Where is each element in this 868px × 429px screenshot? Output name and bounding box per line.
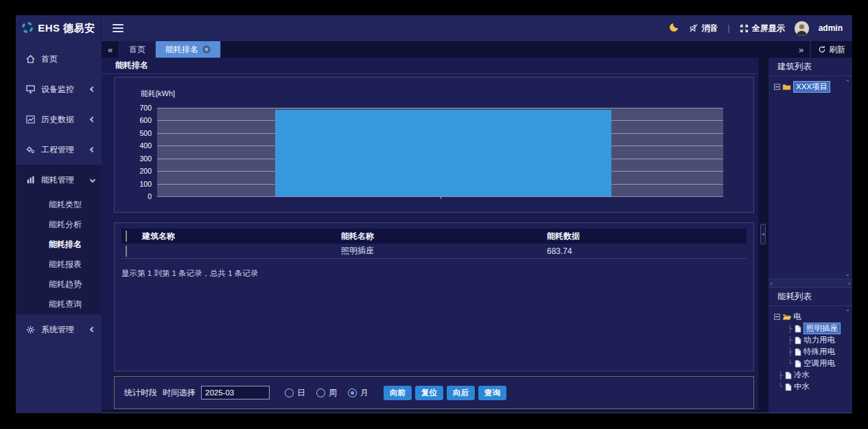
tree-item-动力用电[interactable]: ├动力用电: [771, 334, 849, 346]
y-axis-tick-label: 0: [119, 192, 152, 200]
radio-label: 周: [329, 387, 337, 399]
submenu-item-能耗分析[interactable]: 能耗分析: [16, 215, 102, 235]
top-navbar: EHS 德易安 消音 |: [16, 15, 852, 41]
tree-connector: └: [788, 360, 793, 367]
right-panel: 建筑列表 ⌃ ⌄ XXX项目 ‹ › 能耗列表 ⌃ 电├照明插座├动力用电├特殊…: [769, 58, 852, 413]
sidebar-item-system-mgmt[interactable]: 系统管理: [16, 314, 102, 345]
tree-item-照明插座[interactable]: ├照明插座: [771, 323, 849, 334]
refresh-icon: [818, 45, 826, 54]
column-header-建筑名称: 建筑名称: [142, 231, 341, 242]
sidebar-item-device-monitor[interactable]: 设备监控: [16, 74, 102, 104]
logo-text: EHS 德易安: [38, 22, 95, 35]
file-icon: [795, 325, 801, 333]
tab-scroll-left-icon[interactable]: «: [102, 41, 119, 58]
main-panel: 能耗排名 能耗[kWh] 0100200300400500600700 建筑名称…: [102, 58, 758, 410]
tree-connector: └: [778, 383, 783, 391]
panel-resize-handle[interactable]: ◂: [760, 224, 766, 244]
gears-icon: [25, 146, 36, 154]
next-button[interactable]: 向后: [447, 386, 475, 400]
app-logo: EHS 德易安: [16, 15, 102, 41]
select-all-checkbox[interactable]: [126, 231, 127, 242]
tree-item-冷水[interactable]: ├冷水: [771, 369, 849, 381]
tab-能耗排名[interactable]: 能耗排名×: [156, 41, 221, 58]
radio-circle-icon: [316, 389, 325, 397]
radio-circle-icon: [285, 389, 294, 397]
fullscreen-button[interactable]: 全屏显示: [740, 23, 785, 34]
close-icon[interactable]: ×: [202, 45, 211, 54]
time-input[interactable]: [201, 386, 270, 399]
sidebar-item-home[interactable]: 首页: [16, 44, 102, 74]
y-axis-tick-label: 700: [119, 104, 152, 112]
scroll-right-icon[interactable]: ›: [848, 280, 850, 287]
tree-item-特殊用电[interactable]: ├特殊用电: [771, 346, 849, 358]
tree-item-电[interactable]: 电: [771, 311, 849, 323]
tree-label: 电: [793, 312, 801, 322]
tree-item-空调用电[interactable]: └空调用电: [771, 358, 849, 369]
chevron-down-icon: [90, 177, 95, 183]
tree-expander-icon[interactable]: [774, 84, 780, 90]
scroll-up-icon[interactable]: ⌃: [845, 309, 850, 316]
radio-月[interactable]: 月: [348, 387, 368, 399]
sidebar-item-history-data[interactable]: 历史数据: [16, 104, 102, 135]
tree-connector: ├: [788, 348, 793, 356]
submenu-item-能耗类型[interactable]: 能耗类型: [16, 195, 102, 215]
sidebar-item-project-mgmt[interactable]: 工程管理: [16, 135, 102, 165]
energy-ranking-chart: 能耗[kWh] 0100200300400500600700: [114, 77, 754, 213]
navbar-separator: |: [728, 23, 730, 33]
reset-button[interactable]: 复位: [415, 386, 443, 400]
table-row[interactable]: 照明插座683.74: [121, 244, 747, 259]
energy-table: 建筑名称能耗名称能耗数据 照明插座683.74 显示第 1 到第 1 条记录，总…: [114, 222, 754, 371]
y-axis-tick-label: 300: [119, 154, 152, 163]
tree-connector: ├: [778, 371, 783, 379]
tab-首页[interactable]: 首页: [119, 41, 156, 58]
sidebar-item-label: 系统管理: [41, 324, 85, 336]
radio-circle-icon: [348, 389, 357, 397]
tree-item-中水[interactable]: └中水: [771, 381, 849, 393]
sidebar-item-energy-mgmt[interactable]: 能耗管理: [16, 165, 102, 195]
submenu-item-能耗排名[interactable]: 能耗排名: [16, 235, 102, 255]
sidebar-menu: 首页设备监控历史数据工程管理能耗管理能耗类型能耗分析能耗排名能耗报表能耗趋势能耗…: [16, 41, 102, 413]
submenu-item-能耗查询[interactable]: 能耗查询: [16, 294, 102, 314]
building-list-title: 建筑列表: [769, 58, 852, 76]
username[interactable]: admin: [819, 23, 843, 33]
tree-item-XXX项目[interactable]: XXX项目: [771, 81, 849, 93]
tree-expander-icon[interactable]: [774, 314, 780, 320]
tree-connector: ├: [788, 325, 793, 332]
submenu-item-能耗趋势[interactable]: 能耗趋势: [16, 275, 102, 294]
tab-scroll-right-icon[interactable]: »: [793, 41, 810, 58]
monitor-icon: [25, 85, 36, 93]
scroll-up-icon[interactable]: ⌃: [845, 79, 850, 86]
tree-label: 动力用电: [804, 335, 835, 345]
scroll-down-icon[interactable]: ⌄: [845, 270, 850, 277]
chart-canvas[interactable]: 0100200300400500600700: [157, 108, 723, 196]
scroll-left-icon[interactable]: ‹: [771, 280, 773, 287]
y-axis-tick-label: 200: [119, 167, 152, 175]
query-button[interactable]: 查询: [478, 386, 506, 400]
hamburger-icon[interactable]: [113, 24, 124, 32]
gear-icon: [25, 325, 36, 334]
file-icon: [785, 383, 792, 391]
mute-button[interactable]: 消音: [689, 23, 718, 34]
bar-照明插座: [275, 110, 611, 196]
tree-label: 空调用电: [804, 358, 835, 369]
horizontal-scrollbar[interactable]: ‹ ›: [769, 279, 852, 288]
submenu-item-能耗报表[interactable]: 能耗报表: [16, 255, 102, 275]
time-select-label: 时间选择: [163, 387, 196, 399]
moon-icon[interactable]: [669, 22, 679, 34]
time-controls: 统计时段 时间选择 日周月 向前复位向后查询: [114, 376, 754, 409]
logo-ring-icon: [21, 21, 34, 36]
y-axis-tick-label: 600: [119, 116, 152, 124]
prev-button[interactable]: 向前: [384, 386, 412, 400]
radio-周[interactable]: 周: [316, 387, 337, 399]
energy-tree: ⌃ 电├照明插座├动力用电├特殊用电└空调用电├冷水└中水: [769, 306, 852, 397]
radio-label: 日: [297, 387, 305, 399]
radio-日[interactable]: 日: [285, 387, 305, 399]
refresh-button[interactable]: 刷新: [810, 41, 852, 58]
tab-bar: « 首页能耗排名× » 刷新: [102, 41, 852, 58]
tab-label: 能耗排名: [165, 44, 198, 56]
sidebar-item-label: 能耗管理: [41, 174, 85, 186]
user-avatar[interactable]: [795, 21, 809, 36]
sidebar-item-label: 工程管理: [41, 144, 85, 156]
tree-label: 照明插座: [804, 323, 841, 334]
row-checkbox[interactable]: [126, 246, 127, 257]
